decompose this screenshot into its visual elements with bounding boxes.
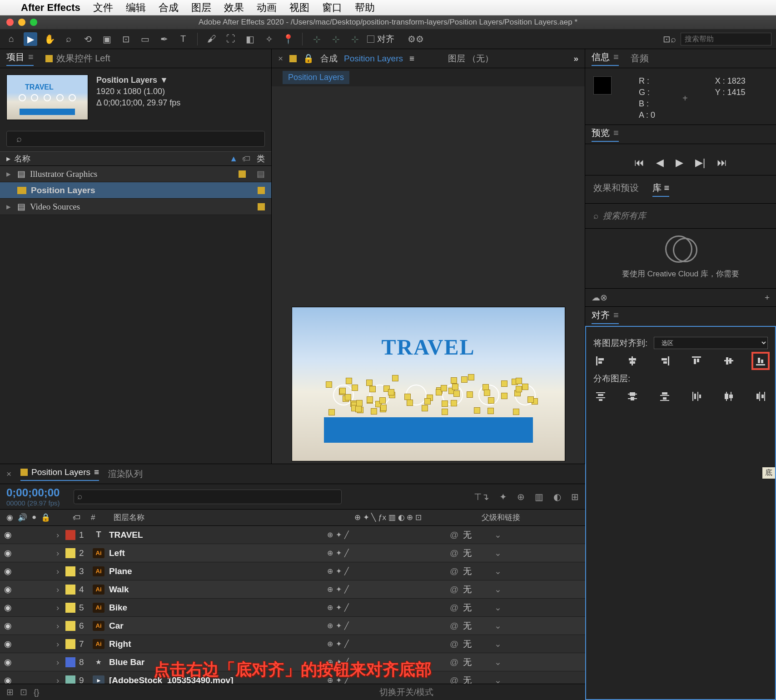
visibility-icon[interactable]: ◉ xyxy=(0,566,15,576)
selection-handle[interactable] xyxy=(422,405,428,411)
label-swatch[interactable] xyxy=(65,566,75,576)
align-vcenter-icon[interactable] xyxy=(721,354,736,368)
app-name[interactable]: After Effects xyxy=(21,2,80,14)
draft3d-icon[interactable]: ✦ xyxy=(499,491,507,502)
label-swatch[interactable] xyxy=(65,639,75,649)
composition-canvas[interactable]: TRAVEL xyxy=(292,307,565,461)
snap-checkbox[interactable]: 对齐 xyxy=(367,33,394,45)
layer-name[interactable]: Right xyxy=(109,639,327,649)
selection-handle[interactable] xyxy=(328,409,335,415)
selection-tool-icon[interactable]: ▶ xyxy=(24,32,37,46)
selection-handle[interactable] xyxy=(513,409,519,415)
switch-mode-label[interactable]: 切换开关/模式 xyxy=(379,686,433,698)
align-to-select[interactable]: 选区 xyxy=(654,337,768,349)
selection-handle[interactable] xyxy=(355,406,362,412)
chevron-down-icon[interactable]: ▸ xyxy=(6,154,10,164)
selection-handle[interactable] xyxy=(346,378,352,384)
roto-tool-icon[interactable]: ✧ xyxy=(262,32,276,46)
settings-icon[interactable]: ⚙⚙ xyxy=(409,32,423,46)
more-tabs-icon[interactable]: » xyxy=(573,54,578,64)
menu-help[interactable]: 帮助 xyxy=(355,1,375,15)
selection-handle[interactable] xyxy=(367,396,373,403)
timeline-search-input[interactable] xyxy=(74,490,342,504)
sort-indicator-icon[interactable]: ▲ xyxy=(229,154,238,164)
eye-column-icon[interactable]: ◉ xyxy=(6,513,13,522)
align-right-icon[interactable] xyxy=(657,354,672,368)
orbit-tool-icon[interactable]: ⟲ xyxy=(81,32,95,46)
expand-icon[interactable]: › xyxy=(56,639,65,649)
distribute-hcenter-icon[interactable] xyxy=(721,389,736,404)
selection-handle[interactable] xyxy=(371,408,377,415)
timeline-layer-row[interactable]: ◉›3AiPlane⊕✦╱@无⌄ xyxy=(0,562,585,580)
tab-align[interactable]: 对齐 ≡ xyxy=(592,309,619,324)
solo-column-icon[interactable]: ● xyxy=(32,513,36,522)
parent-dropdown[interactable]: 无 xyxy=(463,602,472,614)
selection-handle[interactable] xyxy=(501,380,507,387)
puppet-tool-icon[interactable]: 📍 xyxy=(281,32,295,46)
distribute-right-icon[interactable] xyxy=(753,389,768,404)
shy-icon[interactable]: ⊕ xyxy=(517,491,525,502)
selection-handle[interactable] xyxy=(467,391,473,398)
selection-handle[interactable] xyxy=(392,375,398,381)
type-column[interactable]: 类 xyxy=(257,153,265,164)
distribute-vcenter-icon[interactable] xyxy=(625,389,640,404)
selection-handle[interactable] xyxy=(380,405,387,411)
parent-dropdown[interactable]: 无 xyxy=(463,638,472,650)
timeline-tab-active[interactable]: Position Layers ≡ xyxy=(20,467,99,481)
selection-handle[interactable] xyxy=(488,397,494,404)
layer-switches[interactable]: ⊕✦╱ xyxy=(327,640,450,648)
graph-editor-icon[interactable]: ⊞ xyxy=(571,491,579,502)
pickwhip-icon[interactable]: @ xyxy=(450,530,458,540)
selection-handle[interactable] xyxy=(522,384,528,390)
distribute-top-icon[interactable] xyxy=(593,389,608,404)
selection-handle[interactable] xyxy=(516,378,522,384)
parent-dropdown[interactable]: 无 xyxy=(463,565,472,577)
selection-handle[interactable] xyxy=(501,393,507,399)
layer-name[interactable]: TRAVEL xyxy=(109,530,327,540)
close-tab-icon[interactable]: × xyxy=(278,54,283,64)
label-swatch[interactable] xyxy=(65,530,75,540)
expand-icon[interactable]: › xyxy=(56,530,65,540)
label-swatch[interactable] xyxy=(65,621,75,631)
pickwhip-icon[interactable]: @ xyxy=(450,548,458,558)
visibility-icon[interactable]: ◉ xyxy=(0,620,15,631)
selection-handle[interactable] xyxy=(451,377,457,384)
cloud-icon[interactable]: ☁⊗ xyxy=(592,292,607,303)
layer-switches[interactable]: ⊕✦╱ xyxy=(327,621,450,630)
dropdown-icon[interactable]: ▼ xyxy=(160,75,168,86)
pickwhip-icon[interactable]: @ xyxy=(450,566,458,576)
layer-name[interactable]: Car xyxy=(109,621,327,631)
next-frame-icon[interactable]: ▶| xyxy=(695,157,706,169)
selection-handle[interactable] xyxy=(339,388,346,394)
axis-green-icon[interactable]: ⊹ xyxy=(329,32,343,46)
project-item-folder[interactable]: ▸▤ Video Sources xyxy=(0,199,271,215)
last-frame-icon[interactable]: ⏭ xyxy=(717,157,727,169)
play-icon[interactable]: ▶ xyxy=(676,157,683,169)
selection-handle[interactable] xyxy=(487,408,494,414)
comp-mini-flow-icon[interactable]: ⊤↴ xyxy=(474,491,489,502)
camera-tool-icon[interactable]: ▣ xyxy=(100,32,114,46)
tab-effects-presets[interactable]: 效果和预设 xyxy=(593,182,639,197)
search-help-input[interactable] xyxy=(681,33,771,45)
library-search-placeholder[interactable]: 搜索所有库 xyxy=(603,210,646,222)
name-column[interactable]: 名称 xyxy=(14,153,30,164)
parent-column[interactable]: 父级和链接 xyxy=(477,512,568,523)
layer-name[interactable]: Plane xyxy=(109,566,327,576)
distribute-bottom-icon[interactable] xyxy=(657,389,672,404)
panel-menu-icon[interactable]: ≡ xyxy=(409,54,414,64)
label-swatch[interactable] xyxy=(65,548,75,558)
label-swatch[interactable] xyxy=(65,585,75,595)
align-bottom-icon[interactable] xyxy=(753,354,768,368)
selection-handle[interactable] xyxy=(442,400,448,407)
expand-icon[interactable]: › xyxy=(56,603,65,613)
expand-icon[interactable]: › xyxy=(56,621,65,631)
tab-preview[interactable]: 预览 ≡ xyxy=(592,127,619,142)
home-icon[interactable]: ⌂ xyxy=(5,32,18,46)
project-item-comp[interactable]: Position Layers xyxy=(0,182,271,199)
eraser-tool-icon[interactable]: ◧ xyxy=(243,32,257,46)
menu-file[interactable]: 文件 xyxy=(93,1,113,15)
selection-handle[interactable] xyxy=(452,384,458,390)
pickwhip-icon[interactable]: @ xyxy=(450,639,458,649)
axis-blue-icon[interactable]: ⊹ xyxy=(310,32,323,46)
layer-name-column[interactable]: 图层名称 xyxy=(109,512,354,523)
